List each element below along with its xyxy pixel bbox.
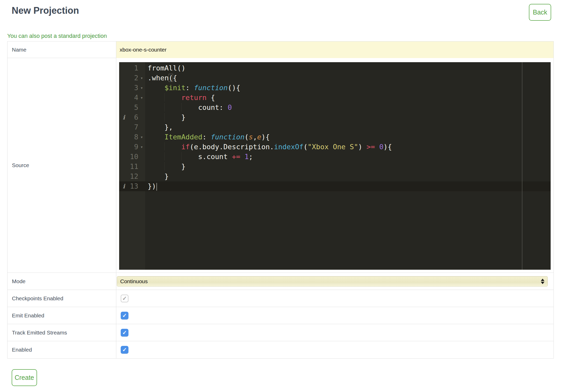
name-label: Name [8,41,116,58]
code-line-1: fromAll() [145,63,551,73]
gutter-line-8: 8▾ [119,132,145,142]
back-button[interactable]: Back [529,4,551,21]
code-line-9: if(e.body.Description.indexOf("Xbox One … [145,142,551,152]
line-number: 11 [128,162,138,172]
checkpoints-enabled-checkbox: ✓ [121,295,128,302]
code-line-3: $init: function(){ [145,83,551,93]
gutter-line-7: 7 [119,122,145,132]
line-number: 7 [128,122,138,132]
table-row-enabled: Enabled✓ [8,341,553,358]
gutter-line-2: 2▾ [119,73,145,83]
code-line-5: count: 0 [145,103,551,112]
line-number: 9 [128,142,138,152]
line-number: 5 [128,103,138,112]
mode-select-value: Continuous [120,278,148,284]
info-marker-icon: i [119,112,128,122]
editor-gutter: 12▾3▾4▾5i678▾9▾101112i13 [119,62,145,270]
table-row-emit-enabled: Emit Enabled✓ [8,307,553,324]
fold-arrow-icon[interactable]: ▾ [138,73,145,83]
projection-form-table: Name xbox-one-s-counter Source 12▾3▾4▾5i… [7,41,554,359]
table-row-track-emitted-streams: Track Emitted Streams✓ [8,324,553,341]
fold-arrow-icon[interactable]: ▾ [138,83,145,93]
emit-enabled-label: Emit Enabled [8,307,116,324]
track-emitted-streams-checkbox[interactable]: ✓ [121,329,128,337]
select-arrows-icon [541,279,544,284]
table-row-checkpoints-enabled: Checkpoints Enabled✓ [8,290,553,307]
enabled-label: Enabled [8,341,116,358]
gutter-line-1: 1 [119,63,145,73]
code-line-8: ItemAdded: function(s,e){ [145,132,551,142]
gutter-line-9: 9▾ [119,142,145,152]
table-row-name: Name xbox-one-s-counter [8,41,553,58]
line-number: 6 [128,112,138,122]
text-cursor [156,183,157,191]
name-input[interactable]: xbox-one-s-counter [116,41,553,58]
gutter-line-3: 3▾ [119,83,145,93]
fold-arrow-icon[interactable]: ▾ [138,93,145,103]
line-number: 3 [128,83,138,93]
line-number: 4 [128,93,138,103]
source-code-editor[interactable]: 12▾3▾4▾5i678▾9▾101112i13 fromAll().when(… [119,62,551,270]
code-line-7: }, [145,122,551,132]
code-line-2: .when({ [145,73,551,83]
checkbox-rows: Checkpoints Enabled✓Emit Enabled✓Track E… [8,290,553,358]
table-row-source: Source 12▾3▾4▾5i678▾9▾101112i13 fromAll(… [8,58,553,273]
code-line-12: } [145,172,551,181]
code-line-10: s.count += 1; [145,152,551,162]
gutter-line-10: 10 [119,152,145,162]
code-line-6: } [145,112,551,122]
line-number: 10 [128,152,138,162]
code-line-11: } [145,162,551,172]
fold-arrow-icon[interactable]: ▾ [138,142,145,152]
line-number: 1 [128,63,138,73]
gutter-line-6: i6 [119,112,145,122]
gutter-line-13: i13 [119,181,145,191]
line-number: 8 [128,132,138,142]
gutter-line-11: 11 [119,162,145,172]
checkpoints-enabled-label: Checkpoints Enabled [8,290,116,307]
line-number: 2 [128,73,138,83]
editor-code-area[interactable]: fromAll().when({ $init: function(){ retu… [145,62,551,270]
gutter-line-4: 4▾ [119,93,145,103]
emit-enabled-checkbox[interactable]: ✓ [121,312,128,319]
line-number: 13 [128,181,138,191]
code-line-13: }) [145,181,551,191]
line-number: 12 [128,172,138,181]
standard-projection-link[interactable]: You can also post a standard projection [7,33,107,39]
page-title: New Projection [12,5,79,16]
source-label: Source [8,58,116,273]
create-button[interactable]: Create [12,369,37,386]
mode-label: Mode [8,273,116,290]
gutter-line-5: 5 [119,103,145,112]
fold-arrow-icon[interactable]: ▾ [138,132,145,142]
mode-select[interactable]: Continuous [117,276,548,287]
gutter-line-12: 12 [119,172,145,181]
track-emitted-streams-label: Track Emitted Streams [8,324,116,341]
editor-column-ruler [522,62,522,270]
enabled-checkbox[interactable]: ✓ [121,346,128,354]
table-row-mode: Mode Continuous [8,273,553,290]
info-marker-icon: i [119,181,128,191]
code-line-4: return { [145,93,551,103]
